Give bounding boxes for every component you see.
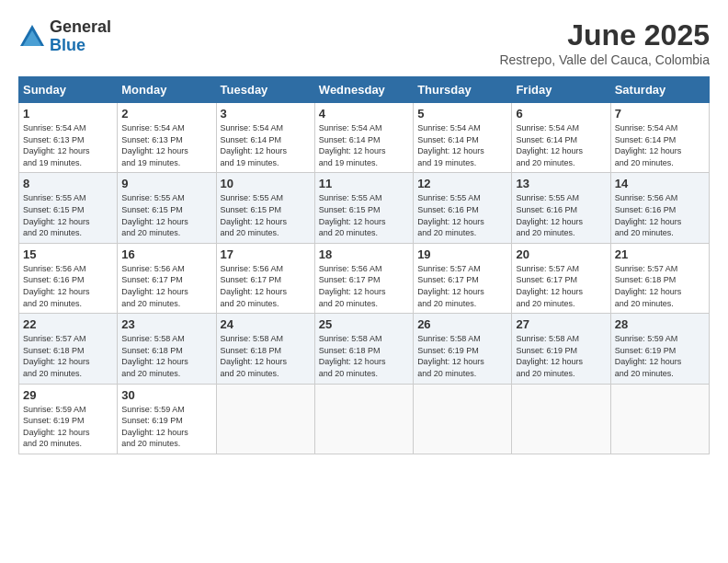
title-area: June 2025 Restrepo, Valle del Cauca, Col…	[499, 18, 710, 67]
logo-blue-text: Blue	[50, 37, 111, 55]
logo-text: General Blue	[50, 18, 111, 55]
col-tuesday: Tuesday	[216, 77, 314, 103]
day-number: 3	[221, 107, 311, 121]
logo: General Blue	[18, 18, 111, 55]
table-row: 12 Sunrise: 5:55 AMSunset: 6:16 PMDaylig…	[414, 173, 512, 243]
table-row: 16 Sunrise: 5:56 AMSunset: 6:17 PMDaylig…	[118, 243, 216, 313]
table-row: 7 Sunrise: 5:54 AMSunset: 6:14 PMDayligh…	[610, 103, 709, 173]
table-row: 21 Sunrise: 5:57 AMSunset: 6:18 PMDaylig…	[610, 243, 709, 313]
calendar-row-1: 1 Sunrise: 5:54 AMSunset: 6:13 PMDayligh…	[19, 103, 710, 173]
day-number: 6	[516, 107, 606, 121]
day-info: Sunrise: 5:56 AMSunset: 6:17 PMDaylight:…	[221, 264, 288, 308]
day-info: Sunrise: 5:55 AMSunset: 6:16 PMDaylight:…	[417, 193, 484, 237]
day-info: Sunrise: 5:54 AMSunset: 6:13 PMDaylight:…	[121, 123, 188, 167]
day-info: Sunrise: 5:58 AMSunset: 6:18 PMDaylight:…	[221, 334, 288, 378]
col-monday: Monday	[118, 77, 216, 103]
day-number: 23	[121, 317, 211, 331]
day-info: Sunrise: 5:56 AMSunset: 6:16 PMDaylight:…	[615, 193, 682, 237]
day-info: Sunrise: 5:54 AMSunset: 6:14 PMDaylight:…	[417, 123, 484, 167]
day-info: Sunrise: 5:58 AMSunset: 6:18 PMDaylight:…	[121, 334, 188, 378]
day-info: Sunrise: 5:59 AMSunset: 6:19 PMDaylight:…	[121, 405, 188, 449]
day-number: 24	[221, 317, 311, 331]
day-number: 14	[615, 177, 705, 190]
table-row: 27 Sunrise: 5:58 AMSunset: 6:19 PMDaylig…	[512, 314, 610, 384]
day-info: Sunrise: 5:57 AMSunset: 6:17 PMDaylight:…	[417, 264, 484, 308]
day-info: Sunrise: 5:58 AMSunset: 6:18 PMDaylight:…	[319, 334, 386, 378]
table-row	[610, 384, 709, 454]
day-number: 26	[417, 317, 507, 331]
logo-icon	[18, 23, 46, 51]
day-number: 9	[121, 177, 211, 190]
table-row: 6 Sunrise: 5:54 AMSunset: 6:14 PMDayligh…	[512, 103, 610, 173]
day-number: 4	[319, 107, 409, 121]
calendar-row-4: 22 Sunrise: 5:57 AMSunset: 6:18 PMDaylig…	[19, 314, 710, 384]
day-info: Sunrise: 5:59 AMSunset: 6:19 PMDaylight:…	[615, 334, 682, 378]
day-info: Sunrise: 5:55 AMSunset: 6:15 PMDaylight:…	[121, 193, 188, 237]
table-row: 24 Sunrise: 5:58 AMSunset: 6:18 PMDaylig…	[216, 314, 314, 384]
day-info: Sunrise: 5:55 AMSunset: 6:15 PMDaylight:…	[319, 193, 386, 237]
day-info: Sunrise: 5:55 AMSunset: 6:16 PMDaylight:…	[516, 193, 583, 237]
table-row	[512, 384, 610, 454]
day-number: 13	[516, 177, 606, 190]
table-row: 17 Sunrise: 5:56 AMSunset: 6:17 PMDaylig…	[216, 243, 314, 313]
table-row: 22 Sunrise: 5:57 AMSunset: 6:18 PMDaylig…	[19, 314, 118, 384]
table-row	[314, 384, 413, 454]
table-row: 4 Sunrise: 5:54 AMSunset: 6:14 PMDayligh…	[314, 103, 413, 173]
day-info: Sunrise: 5:56 AMSunset: 6:17 PMDaylight:…	[319, 264, 386, 308]
day-number: 22	[23, 317, 113, 331]
day-number: 29	[23, 388, 113, 402]
table-row: 19 Sunrise: 5:57 AMSunset: 6:17 PMDaylig…	[414, 243, 512, 313]
day-info: Sunrise: 5:54 AMSunset: 6:14 PMDaylight:…	[516, 123, 583, 167]
day-info: Sunrise: 5:56 AMSunset: 6:16 PMDaylight:…	[23, 264, 90, 308]
table-row: 26 Sunrise: 5:58 AMSunset: 6:19 PMDaylig…	[414, 314, 512, 384]
location: Restrepo, Valle del Cauca, Colombia	[499, 52, 710, 67]
calendar-row-3: 15 Sunrise: 5:56 AMSunset: 6:16 PMDaylig…	[19, 243, 710, 313]
day-number: 7	[615, 107, 705, 121]
table-row: 23 Sunrise: 5:58 AMSunset: 6:18 PMDaylig…	[118, 314, 216, 384]
day-info: Sunrise: 5:58 AMSunset: 6:19 PMDaylight:…	[417, 334, 484, 378]
day-number: 19	[417, 247, 507, 261]
day-info: Sunrise: 5:59 AMSunset: 6:19 PMDaylight:…	[23, 405, 90, 449]
table-row: 1 Sunrise: 5:54 AMSunset: 6:13 PMDayligh…	[19, 103, 118, 173]
table-row	[216, 384, 314, 454]
day-number: 15	[23, 247, 113, 261]
day-info: Sunrise: 5:54 AMSunset: 6:14 PMDaylight:…	[615, 123, 682, 167]
col-saturday: Saturday	[610, 77, 709, 103]
day-info: Sunrise: 5:55 AMSunset: 6:15 PMDaylight:…	[23, 193, 90, 237]
day-number: 1	[23, 107, 113, 121]
day-info: Sunrise: 5:54 AMSunset: 6:14 PMDaylight:…	[221, 123, 288, 167]
table-row: 11 Sunrise: 5:55 AMSunset: 6:15 PMDaylig…	[314, 173, 413, 243]
table-row: 8 Sunrise: 5:55 AMSunset: 6:15 PMDayligh…	[19, 173, 118, 243]
calendar-row-5: 29 Sunrise: 5:59 AMSunset: 6:19 PMDaylig…	[19, 384, 710, 454]
table-row: 30 Sunrise: 5:59 AMSunset: 6:19 PMDaylig…	[118, 384, 216, 454]
table-row: 3 Sunrise: 5:54 AMSunset: 6:14 PMDayligh…	[216, 103, 314, 173]
calendar-header-row: Sunday Monday Tuesday Wednesday Thursday…	[19, 77, 710, 103]
day-number: 17	[221, 247, 311, 261]
calendar-row-2: 8 Sunrise: 5:55 AMSunset: 6:15 PMDayligh…	[19, 173, 710, 243]
day-info: Sunrise: 5:54 AMSunset: 6:14 PMDaylight:…	[319, 123, 386, 167]
table-row: 10 Sunrise: 5:55 AMSunset: 6:15 PMDaylig…	[216, 173, 314, 243]
calendar: Sunday Monday Tuesday Wednesday Thursday…	[18, 76, 710, 454]
day-number: 8	[23, 177, 113, 190]
day-number: 18	[319, 247, 409, 261]
col-thursday: Thursday	[414, 77, 512, 103]
day-info: Sunrise: 5:55 AMSunset: 6:15 PMDaylight:…	[221, 193, 288, 237]
day-info: Sunrise: 5:58 AMSunset: 6:19 PMDaylight:…	[516, 334, 583, 378]
day-number: 5	[417, 107, 507, 121]
table-row: 13 Sunrise: 5:55 AMSunset: 6:16 PMDaylig…	[512, 173, 610, 243]
day-number: 11	[319, 177, 409, 190]
table-row: 9 Sunrise: 5:55 AMSunset: 6:15 PMDayligh…	[118, 173, 216, 243]
col-friday: Friday	[512, 77, 610, 103]
day-info: Sunrise: 5:57 AMSunset: 6:18 PMDaylight:…	[615, 264, 682, 308]
day-number: 10	[221, 177, 311, 190]
table-row: 25 Sunrise: 5:58 AMSunset: 6:18 PMDaylig…	[314, 314, 413, 384]
day-info: Sunrise: 5:54 AMSunset: 6:13 PMDaylight:…	[23, 123, 90, 167]
day-number: 16	[121, 247, 211, 261]
table-row: 20 Sunrise: 5:57 AMSunset: 6:17 PMDaylig…	[512, 243, 610, 313]
day-number: 2	[121, 107, 211, 121]
table-row: 28 Sunrise: 5:59 AMSunset: 6:19 PMDaylig…	[610, 314, 709, 384]
day-info: Sunrise: 5:56 AMSunset: 6:17 PMDaylight:…	[121, 264, 188, 308]
day-number: 21	[615, 247, 705, 261]
day-number: 20	[516, 247, 606, 261]
col-sunday: Sunday	[19, 77, 118, 103]
